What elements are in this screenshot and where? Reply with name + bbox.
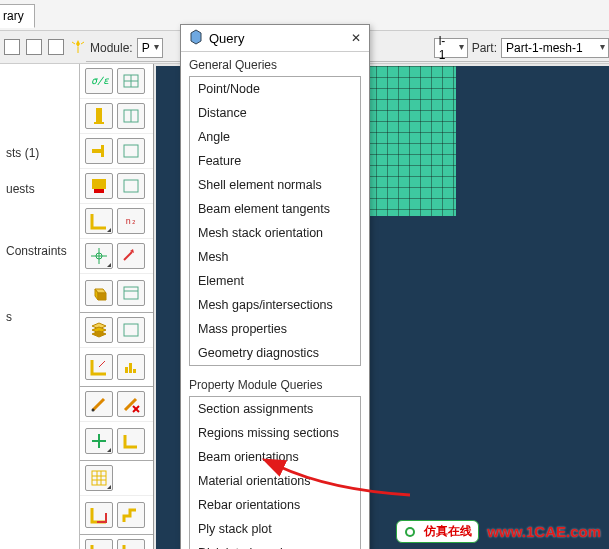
- plus-icon[interactable]: [85, 428, 113, 454]
- popup-title: Query: [209, 31, 244, 46]
- pencil-x-icon[interactable]: [117, 391, 145, 417]
- svg-point-55: [407, 529, 413, 535]
- file-icon-3[interactable]: [48, 39, 64, 55]
- file-icon-1[interactable]: [4, 39, 20, 55]
- query-mass-props[interactable]: Mass properties: [190, 317, 360, 341]
- group-label-general: General Queries: [189, 58, 361, 72]
- offset-l-icon[interactable]: [85, 502, 113, 528]
- part-label: Part:: [472, 41, 497, 55]
- beam-icon[interactable]: [85, 138, 113, 164]
- watermark-bubble: 仿真在线: [396, 520, 479, 543]
- part-dropdown[interactable]: Part-1-mesh-1: [501, 38, 609, 58]
- svg-marker-24: [98, 293, 106, 300]
- svg-line-1: [72, 42, 75, 44]
- svg-line-2: [81, 42, 84, 44]
- group-property: Property Module Queries Section assignme…: [181, 372, 369, 549]
- svg-marker-53: [191, 30, 201, 44]
- model-dropdown[interactable]: l-1: [434, 38, 468, 58]
- arrow-grid-icon[interactable]: [117, 243, 145, 269]
- svg-text:σ/ε: σ/ε: [91, 75, 109, 86]
- model-tree-panel: sts (1) uests Constraints s: [0, 64, 80, 549]
- tree-item[interactable]: Constraints: [6, 244, 75, 258]
- file-icon-2[interactable]: [26, 39, 42, 55]
- popup-titlebar: Query ✕: [181, 25, 369, 52]
- tree-item[interactable]: s: [6, 310, 75, 324]
- angle-l-icon[interactable]: [117, 428, 145, 454]
- svg-rect-25: [124, 287, 138, 299]
- bars-mini-icon[interactable]: [117, 354, 145, 380]
- svg-marker-29: [92, 331, 106, 337]
- query-rebar-orient[interactable]: Rebar orientations: [190, 493, 360, 517]
- svg-rect-42: [92, 471, 106, 485]
- l-check-icon[interactable]: [117, 539, 145, 549]
- library-tab[interactable]: rary: [0, 4, 35, 28]
- table-layers-icon[interactable]: [117, 317, 145, 343]
- query-shell-normals[interactable]: Shell element normals: [190, 173, 360, 197]
- list-general: Point/Node Distance Angle Feature Shell …: [189, 76, 361, 366]
- svg-rect-16: [124, 180, 138, 192]
- svg-rect-15: [94, 189, 104, 193]
- query-angle[interactable]: Angle: [190, 125, 360, 149]
- watermark-area: 仿真在线 www.1CAE.com: [396, 520, 601, 543]
- query-distance[interactable]: Distance: [190, 101, 360, 125]
- svg-rect-33: [129, 363, 132, 373]
- frame-icon[interactable]: [85, 208, 113, 234]
- table-beam-icon[interactable]: [117, 138, 145, 164]
- svg-rect-11: [92, 149, 101, 153]
- column-icon[interactable]: [85, 103, 113, 129]
- watermark-url: www.1CAE.com: [487, 523, 601, 540]
- query-mesh-gaps[interactable]: Mesh gaps/intersections: [190, 293, 360, 317]
- list-property: Section assignments Regions missing sect…: [189, 396, 361, 549]
- lamp-icon[interactable]: [70, 39, 86, 55]
- svg-rect-30: [124, 324, 138, 336]
- query-mesh-stack[interactable]: Mesh stack orientation: [190, 221, 360, 245]
- grid-icon[interactable]: [85, 465, 113, 491]
- svg-line-20: [124, 252, 132, 260]
- l-measure-icon[interactable]: [85, 539, 113, 549]
- stair-icon[interactable]: [117, 502, 145, 528]
- query-beam-tangents[interactable]: Beam element tangents: [190, 197, 360, 221]
- axis-icon[interactable]: n₂: [117, 208, 145, 234]
- group-general: General Queries Point/Node Distance Angl…: [181, 52, 369, 372]
- tree-item[interactable]: sts (1): [6, 146, 75, 160]
- query-feature[interactable]: Feature: [190, 149, 360, 173]
- table-blue-icon[interactable]: [117, 280, 145, 306]
- close-icon[interactable]: ✕: [349, 31, 363, 45]
- svg-rect-34: [133, 369, 136, 373]
- sketch-table-icon[interactable]: [117, 173, 145, 199]
- svg-point-36: [92, 409, 95, 412]
- table-column-icon[interactable]: [117, 103, 145, 129]
- crosshair-icon[interactable]: [85, 243, 113, 269]
- query-material-orient[interactable]: Material orientations: [190, 469, 360, 493]
- query-point-node[interactable]: Point/Node: [190, 77, 360, 101]
- svg-line-31: [99, 361, 105, 367]
- svg-rect-12: [101, 145, 104, 157]
- query-beam-orient[interactable]: Beam orientations: [190, 445, 360, 469]
- query-geom-diag[interactable]: Geometry diagnostics: [190, 341, 360, 365]
- table-icon[interactable]: [117, 68, 145, 94]
- layers-icon[interactable]: [85, 317, 113, 343]
- query-section-assign[interactable]: Section assignments: [190, 397, 360, 421]
- svg-rect-14: [92, 179, 106, 189]
- cube-icon[interactable]: [85, 280, 113, 306]
- svg-rect-8: [94, 122, 104, 124]
- pencil-icon[interactable]: [85, 391, 113, 417]
- stress-icon[interactable]: σ/ε: [85, 68, 113, 94]
- tree-item[interactable]: uests: [6, 182, 75, 196]
- query-regions-missing[interactable]: Regions missing sections: [190, 421, 360, 445]
- query-popup: Query ✕ General Queries Point/Node Dista…: [180, 24, 370, 549]
- move-l-icon[interactable]: [85, 354, 113, 380]
- svg-rect-13: [124, 145, 138, 157]
- module-label: Module:: [90, 41, 133, 55]
- query-disjoint-ply[interactable]: Disjoint ply regions: [190, 541, 360, 549]
- query-icon: [187, 29, 205, 47]
- svg-line-35: [93, 399, 104, 410]
- query-element[interactable]: Element: [190, 269, 360, 293]
- query-ply-stack-plot[interactable]: Ply stack plot: [190, 517, 360, 541]
- sketch-icon[interactable]: [85, 173, 113, 199]
- svg-rect-32: [125, 367, 128, 373]
- group-label-property: Property Module Queries: [189, 378, 361, 392]
- svg-rect-7: [96, 108, 102, 122]
- module-dropdown[interactable]: P: [137, 38, 163, 58]
- query-mesh[interactable]: Mesh: [190, 245, 360, 269]
